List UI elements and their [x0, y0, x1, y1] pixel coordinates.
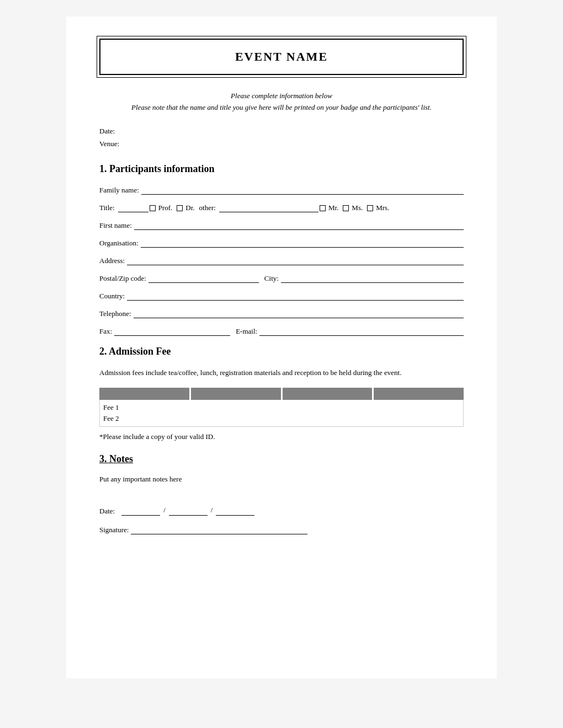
mr-checkbox-group: Mr. [320, 204, 338, 212]
section1-block: 1. Participants information Family name:… [99, 163, 464, 336]
postal-part: Postal/Zip code: [99, 273, 259, 283]
mrs-checkbox-group: Mrs. [367, 204, 389, 212]
address-label: Address: [99, 256, 125, 265]
date-day-input[interactable] [121, 506, 160, 516]
signature-section: Date: / / Signature: [99, 506, 464, 534]
family-name-label: Family name: [99, 186, 139, 195]
dr-checkbox[interactable] [177, 205, 183, 211]
fee-header-col2 [191, 388, 281, 400]
fee-row-2: Fee 2 [103, 413, 460, 424]
date-slash-1: / [163, 506, 166, 516]
title-row: Title: Prof. Dr. other: Mr. Ms. [99, 202, 464, 212]
first-name-label: First name: [99, 221, 132, 230]
email-part: E-mail: [236, 326, 464, 336]
date-year-input[interactable] [216, 506, 254, 516]
first-name-row: First name: [99, 220, 464, 230]
ms-checkbox-group: Ms. [343, 204, 363, 212]
fax-label: Fax: [99, 327, 112, 336]
fee-header-col4 [374, 388, 464, 400]
section3-title: 3. Notes [99, 453, 464, 465]
title-label: Title: [99, 204, 115, 212]
organisation-label: Organisation: [99, 239, 139, 248]
notes-placeholder-text: Put any important notes here [99, 475, 464, 484]
fee-header-col3 [283, 388, 373, 400]
fee-table-header [99, 388, 464, 400]
fee-table-body: Fee 1 Fee 2 [99, 400, 464, 427]
form-page: EVENT NAME Please complete information b… [66, 17, 497, 678]
ms-label: Ms. [352, 204, 363, 212]
date-month-input[interactable] [169, 506, 208, 516]
email-label: E-mail: [236, 327, 257, 336]
postal-label: Postal/Zip code: [99, 274, 146, 283]
fax-input[interactable] [114, 326, 230, 336]
section1-title: 1. Participants information [99, 163, 464, 175]
admission-description: Admission fees include tea/coffee, lunch… [99, 367, 464, 379]
fee-row-1: Fee 1 [103, 402, 460, 413]
venue-field-static: Venue: [99, 137, 464, 150]
city-input[interactable] [281, 273, 464, 283]
city-label: City: [264, 274, 279, 283]
signature-input[interactable] [131, 524, 307, 534]
date-field-group: / / [121, 506, 254, 516]
postal-city-row: Postal/Zip code: City: [99, 273, 464, 283]
other-input[interactable] [219, 202, 318, 212]
event-title: EVENT NAME [235, 50, 328, 63]
instructions-block: Please complete information below Please… [99, 90, 464, 114]
title-blank-input[interactable] [118, 202, 148, 212]
mr-checkbox[interactable] [320, 205, 326, 211]
dr-checkbox-group: Dr. [177, 204, 194, 212]
address-input[interactable] [127, 255, 464, 265]
email-input[interactable] [259, 326, 464, 336]
date-slash-2: / [211, 506, 213, 516]
prof-label: Prof. [158, 204, 173, 212]
family-name-row: Family name: [99, 185, 464, 195]
ms-checkbox[interactable] [343, 205, 349, 211]
date-field-static: Date: [99, 125, 464, 137]
instruction-line1: Please complete information below [99, 90, 464, 102]
first-name-input[interactable] [134, 220, 464, 230]
section2-block: 2. Admission Fee Admission fees include … [99, 346, 464, 441]
other-label: other: [199, 204, 216, 212]
city-part: City: [264, 273, 464, 283]
signature-label: Signature: [99, 526, 129, 534]
country-input[interactable] [127, 291, 464, 301]
family-name-input[interactable] [141, 185, 464, 195]
instruction-line2: Please note that the name and title you … [99, 102, 464, 114]
valid-id-note: *Please include a copy of your valid ID. [99, 432, 464, 441]
dr-label: Dr. [185, 204, 194, 212]
organisation-row: Organisation: [99, 238, 464, 248]
prof-checkbox[interactable] [150, 205, 156, 211]
signature-row: Signature: [99, 524, 464, 534]
organisation-input[interactable] [141, 238, 464, 248]
postal-input[interactable] [148, 273, 259, 283]
telephone-input[interactable] [134, 308, 464, 318]
address-row: Address: [99, 255, 464, 265]
date-row: Date: / / [99, 506, 464, 516]
telephone-label: Telephone: [99, 309, 131, 318]
prof-checkbox-group: Prof. [150, 204, 173, 212]
section2-title: 2. Admission Fee [99, 346, 464, 357]
section3-block: 3. Notes Put any important notes here [99, 453, 464, 484]
country-label: Country: [99, 292, 125, 301]
mrs-checkbox[interactable] [367, 205, 373, 211]
country-row: Country: [99, 291, 464, 301]
mr-label: Mr. [328, 204, 338, 212]
fax-part: Fax: [99, 326, 230, 336]
date-venue-block: Date: Venue: [99, 125, 464, 151]
fee-header-col1 [99, 388, 189, 400]
telephone-row: Telephone: [99, 308, 464, 318]
event-header-box: EVENT NAME [99, 39, 464, 75]
mrs-label: Mrs. [376, 204, 389, 212]
fax-email-row: Fax: E-mail: [99, 326, 464, 336]
date-signature-label: Date: [99, 507, 115, 516]
